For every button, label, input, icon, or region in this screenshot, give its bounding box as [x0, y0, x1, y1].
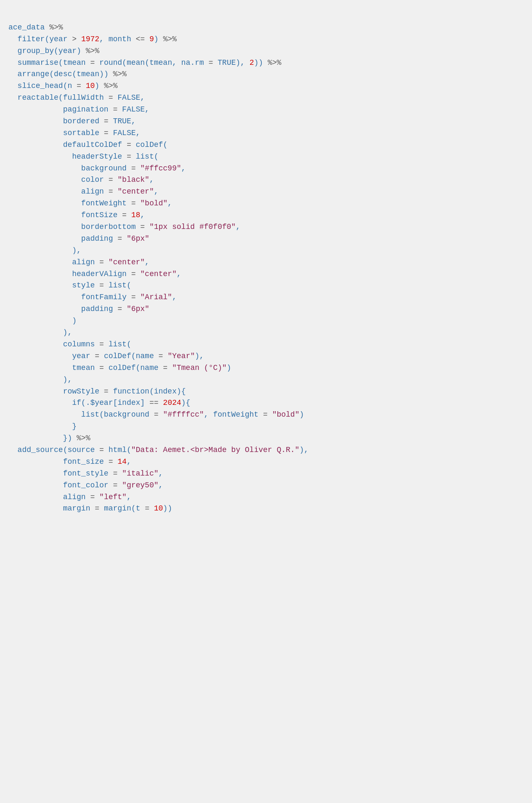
line-1: ace_data %>% filter(year > 1972, month <…	[8, 23, 309, 513]
code-editor: ace_data %>% filter(year > 1972, month <…	[8, 10, 524, 515]
